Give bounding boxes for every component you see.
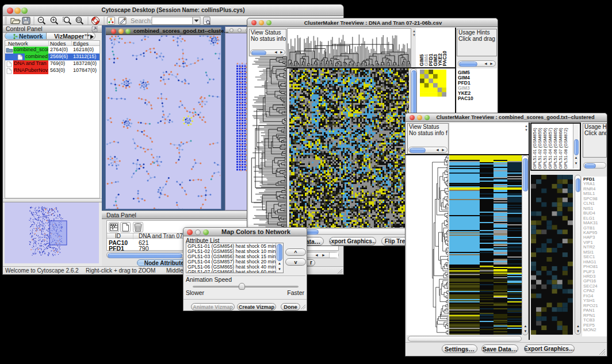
svg-text:Search:: Search: — [131, 17, 152, 24]
svg-text:GPL51-07 (GSM868): GPL51-07 (GSM868) — [558, 128, 563, 169]
svg-text:GPL51-01 (GSM854): GPL51-01 (GSM854) — [532, 128, 537, 169]
svg-text:GPL51-06 (GSM865): GPL51-06 (GSM865) — [553, 128, 558, 169]
svg-text:GPL51-02 (GSM855): GPL51-02 (GSM855) — [537, 128, 542, 169]
svg-text:GPL51-04 (GSM857): GPL51-04 (GSM857) — [548, 128, 553, 169]
svg-text:GPL51-08 (GSM872): GPL51-08 (GSM872) — [563, 128, 568, 169]
svg-text:GPL51-03 (GSM856): GPL51-03 (GSM856) — [542, 128, 548, 169]
svg-text:PAC10: PAC10 — [442, 51, 447, 66]
